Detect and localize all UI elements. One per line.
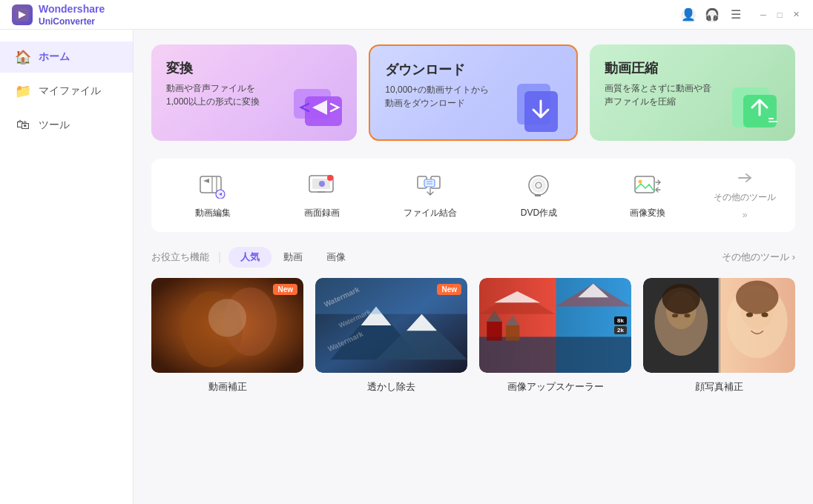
tool-item-file-merge[interactable]: ファイル結合 <box>376 171 484 219</box>
svg-rect-41 <box>506 325 519 341</box>
tabs-more-label: その他のツール › <box>722 251 795 264</box>
video-edit-label: 動画編集 <box>195 207 231 219</box>
tool-item-screen-record[interactable]: 画面録画 <box>267 171 375 219</box>
svg-point-14 <box>319 181 325 187</box>
window-controls: ─ □ ✕ <box>758 10 801 20</box>
title-bar: Wondershare UniConverter 👤 🎧 ☰ ─ □ ✕ <box>0 0 813 30</box>
download-icon <box>510 80 569 132</box>
download-desc: 10,000+の動画サイトから動画をダウンロード <box>385 83 496 110</box>
image-upscaler-label: 画像アップスケーラー <box>507 380 604 394</box>
image-convert-label: 画像変換 <box>630 207 665 219</box>
features-grid: New 動画補正 <box>151 278 795 394</box>
svg-rect-19 <box>424 179 435 187</box>
myfiles-icon: 📁 <box>15 83 31 99</box>
svg-point-53 <box>736 281 778 314</box>
menu-icon[interactable]: ☰ <box>728 7 743 22</box>
chevron-right-icon: » <box>743 210 748 220</box>
sidebar-item-tools-label: ツール <box>39 119 70 132</box>
convert-title: 変換 <box>166 59 342 77</box>
svg-point-23 <box>536 182 542 188</box>
tabs-more-button[interactable]: その他のツール › <box>722 251 795 264</box>
svg-point-50 <box>662 284 700 314</box>
watermark-remove-thumb: Watermark Watermark Watermark New <box>315 278 467 373</box>
svg-point-56 <box>746 313 753 317</box>
video-enhance-thumb: New <box>151 278 303 373</box>
sidebar-item-myfiles[interactable]: 📁 マイファイル <box>0 76 133 107</box>
svg-point-16 <box>327 175 333 181</box>
tool-item-dvd-create[interactable]: DVD作成 <box>484 171 593 219</box>
convert-icon <box>290 82 349 133</box>
watermark-remove-label: 透かし除去 <box>367 380 415 394</box>
svg-point-54 <box>672 314 678 317</box>
svg-rect-25 <box>635 176 654 193</box>
download-title: ダウンロード <box>385 61 561 79</box>
compress-title: 動画圧縮 <box>605 59 780 77</box>
convert-desc: 動画や音声ファイルを1,000以上の形式に変換 <box>166 82 277 108</box>
tab-image[interactable]: 画像 <box>315 247 358 268</box>
sidebar-item-home[interactable]: 🏠 ホーム <box>0 42 133 73</box>
title-bar-controls: 👤 🎧 ☰ ─ □ ✕ <box>681 7 801 22</box>
sidebar-item-tools[interactable]: 🛍 ツール <box>0 110 133 140</box>
tabs-section-label: お役立ち機能 <box>151 251 209 264</box>
feature-card-compress[interactable]: 動画圧縮 画質を落とさずに動画や音声ファイルを圧縮 <box>590 44 795 141</box>
tools-icon: 🛍 <box>15 117 31 133</box>
tab-popular[interactable]: 人気 <box>228 247 271 268</box>
close-button[interactable]: ✕ <box>791 10 801 20</box>
compress-desc: 画質を落とさずに動画や音声ファイルを圧縮 <box>605 82 716 108</box>
svg-rect-39 <box>487 322 502 341</box>
sidebar: 🏠 ホーム 📁 マイファイル 🛍 ツール <box>0 30 134 504</box>
sidebar-item-myfiles-label: マイファイル <box>39 84 101 98</box>
feature-item-face-correct[interactable]: 顔写真補正 <box>643 278 795 394</box>
tabs-header: お役立ち機能 | 人気 動画 画像 その他のツール › <box>151 247 795 268</box>
svg-point-26 <box>638 180 642 184</box>
content-area: 変換 動画や音声ファイルを1,000以上の形式に変換 ダウンロード <box>134 30 813 504</box>
logo-area: Wondershare UniConverter <box>12 3 105 27</box>
svg-point-57 <box>761 313 768 317</box>
headset-icon[interactable]: 🎧 <box>705 7 720 22</box>
video-enhance-label: 動画補正 <box>208 380 247 394</box>
feature-card-convert[interactable]: 変換 動画や音声ファイルを1,000以上の形式に変換 <box>151 44 357 141</box>
feature-item-video-enhance[interactable]: New 動画補正 <box>151 278 303 394</box>
logo-icon <box>12 4 33 25</box>
file-merge-icon <box>413 171 447 201</box>
feature-cards: 変換 動画や音声ファイルを1,000以上の形式に変換 ダウンロード <box>151 44 795 141</box>
screen-record-icon <box>305 171 339 201</box>
feature-item-watermark-remove[interactable]: Watermark Watermark Watermark New 透かし除去 <box>315 278 467 394</box>
tools-row: 動画編集 画面録画 <box>151 159 795 232</box>
tools-more-label: その他のツール <box>714 191 776 204</box>
tool-item-image-convert[interactable]: 画像変換 <box>593 171 702 219</box>
feature-card-download[interactable]: ダウンロード 10,000+の動画サイトから動画をダウンロード <box>369 44 577 141</box>
dvd-create-label: DVD作成 <box>521 207 557 219</box>
minimize-button[interactable]: ─ <box>758 10 768 20</box>
maximize-button[interactable]: □ <box>774 10 785 20</box>
svg-point-30 <box>208 299 246 336</box>
user-icon[interactable]: 👤 <box>681 7 696 22</box>
video-edit-icon <box>196 171 230 201</box>
watermark-remove-badge: New <box>437 284 461 295</box>
sidebar-item-home-label: ホーム <box>39 50 70 64</box>
face-correct-thumb <box>643 278 795 373</box>
dvd-create-icon <box>521 171 556 201</box>
tabs-section: お役立ち機能 | 人気 動画 画像 その他のツール › <box>151 247 795 394</box>
file-merge-label: ファイル結合 <box>404 207 457 219</box>
tool-item-video-edit[interactable]: 動画編集 <box>159 171 267 219</box>
video-enhance-badge: New <box>273 284 297 295</box>
image-convert-icon <box>631 171 665 201</box>
svg-rect-38 <box>479 336 631 373</box>
image-upscaler-thumb: 8k 2k <box>479 278 631 373</box>
tab-video[interactable]: 動画 <box>271 247 315 268</box>
compress-icon <box>728 82 788 133</box>
tools-more-button[interactable]: その他のツール » <box>702 170 788 220</box>
face-correct-label: 顔写真補正 <box>695 380 743 394</box>
logo-text: Wondershare UniConverter <box>39 3 105 27</box>
feature-item-image-upscaler[interactable]: 8k 2k 画像アップスケーラー <box>479 278 631 394</box>
svg-point-55 <box>684 314 690 317</box>
home-icon: 🏠 <box>15 49 31 65</box>
screen-record-label: 画面録画 <box>304 207 340 219</box>
main-layout: 🏠 ホーム 📁 マイファイル 🛍 ツール 変換 動画や音声ファイルを1,000以… <box>0 30 813 504</box>
